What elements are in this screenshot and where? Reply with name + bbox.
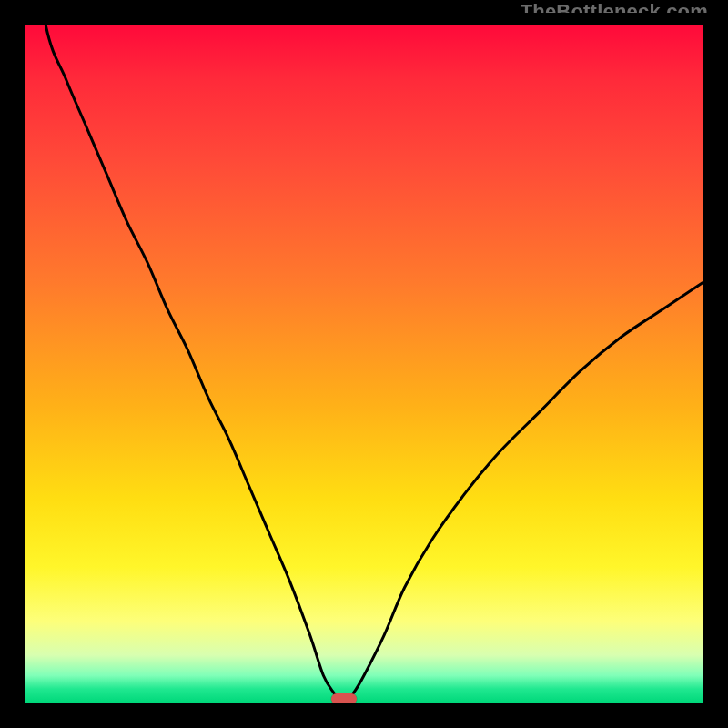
chart-plot — [25, 25, 703, 703]
chart-frame — [13, 13, 715, 715]
chart-background-gradient — [25, 25, 703, 703]
optimum-marker — [331, 693, 357, 703]
